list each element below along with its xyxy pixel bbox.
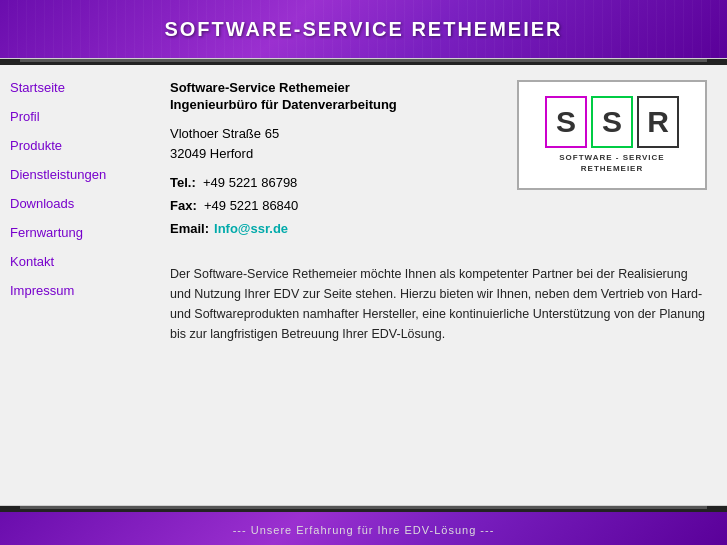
company-city: 32049 Herford <box>170 144 497 164</box>
page-footer: --- Unsere Erfahrung für Ihre EDV-Lösung… <box>0 512 727 545</box>
email-line: Email: Info@ssr.de <box>170 221 497 236</box>
header-bottom-bar-inner <box>20 59 707 62</box>
page-header: SOFTWARE-SERVICE RETHEMEIER <box>0 0 727 58</box>
company-street: Vlothoer Straße 65 <box>170 124 497 144</box>
fax-line: Fax: +49 5221 86840 <box>170 198 497 213</box>
logo-letter-s1: S <box>545 96 587 148</box>
logo-letter-s2: S <box>591 96 633 148</box>
company-name: Software-Service Rethemeier <box>170 80 497 95</box>
company-info: Software-Service Rethemeier Ingenieurbür… <box>170 80 497 244</box>
main-content: Startseite Profil Produkte Dienstleistun… <box>0 65 727 505</box>
content-area: Software-Service Rethemeier Ingenieurbür… <box>155 65 727 505</box>
sidebar-item-startseite[interactable]: Startseite <box>10 80 145 95</box>
sidebar-item-fernwartung[interactable]: Fernwartung <box>10 225 145 240</box>
sidebar-item-produkte[interactable]: Produkte <box>10 138 145 153</box>
company-subtitle: Ingenieurbüro für Datenverarbeitung <box>170 97 497 112</box>
footer-text: --- Unsere Erfahrung für Ihre EDV-Lösung… <box>233 524 495 536</box>
logo-tagline: SOFTWARE - SERVICE RETHEMEIER <box>559 153 664 174</box>
tel-line: Tel.: +49 5221 86798 <box>170 175 497 190</box>
tel-value: +49 5221 86798 <box>203 175 297 190</box>
sidebar-item-downloads[interactable]: Downloads <box>10 196 145 211</box>
header-title: SOFTWARE-SERVICE RETHEMEIER <box>164 18 562 41</box>
sidebar-item-profil[interactable]: Profil <box>10 109 145 124</box>
fax-value: +49 5221 86840 <box>204 198 298 213</box>
footer-top-bar-inner <box>20 506 707 509</box>
fax-label: Fax: <box>170 198 197 213</box>
email-label: Email: <box>170 221 209 236</box>
logo-letter-r: R <box>637 96 679 148</box>
email-link[interactable]: Info@ssr.de <box>214 221 288 236</box>
logo-letters: S S R <box>545 96 679 148</box>
company-description: Der Software-Service Rethemeier möchte I… <box>170 264 707 344</box>
tel-label: Tel.: <box>170 175 196 190</box>
sidebar-nav: Startseite Profil Produkte Dienstleistun… <box>0 65 155 505</box>
content-top-section: Software-Service Rethemeier Ingenieurbür… <box>170 80 707 244</box>
sidebar-item-kontakt[interactable]: Kontakt <box>10 254 145 269</box>
company-logo: S S R SOFTWARE - SERVICE RETHEMEIER <box>517 80 707 190</box>
sidebar-item-dienstleistungen[interactable]: Dienstleistungen <box>10 167 145 182</box>
sidebar-item-impressum[interactable]: Impressum <box>10 283 145 298</box>
address-block: Vlothoer Straße 65 32049 Herford <box>170 124 497 163</box>
